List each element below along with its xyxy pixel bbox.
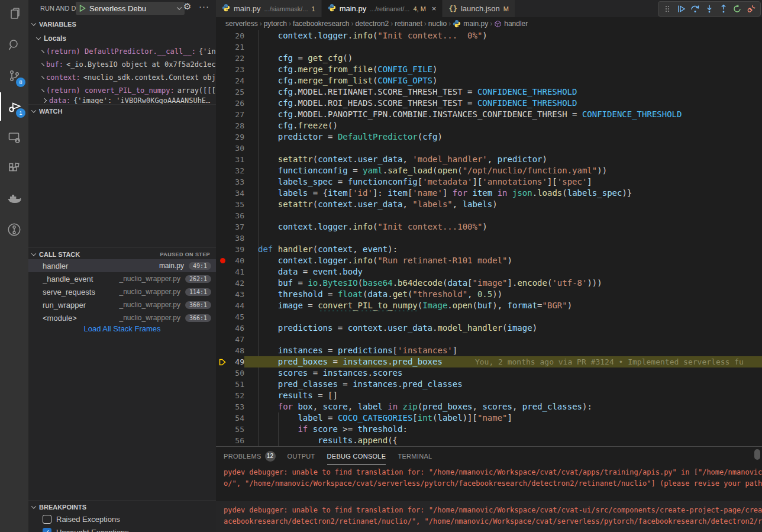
source-control-icon[interactable]: 8 [0,62,28,90]
editor-line[interactable]: 55 if score >= threshold: [216,424,762,435]
editor-tab[interactable]: {}launch.jsonM [443,0,515,17]
toolbar-grip[interactable] [662,3,673,15]
stack-frame-row[interactable]: run_wrapper_nuclio_wrapper.py360:1 [28,298,216,311]
editor-line[interactable]: 41 data = event.body [216,266,762,278]
line-number[interactable]: 49 [229,356,244,367]
step-out-icon[interactable] [718,3,729,15]
line-number[interactable]: 46 [229,323,244,334]
line-number[interactable]: 22 [229,53,244,64]
gutter-glyph[interactable] [216,323,229,334]
editor-line[interactable]: 47 [216,334,762,345]
line-number[interactable]: 27 [229,109,244,120]
line-number[interactable]: 20 [229,30,244,41]
line-number[interactable]: 21 [229,41,244,53]
variable-row[interactable]: (return) convert_PIL_to_numpy:array([[[ … [28,84,216,97]
editor-line[interactable]: 34 labels = {item['id']: item['name'] fo… [216,188,762,199]
line-number[interactable]: 37 [229,221,244,233]
breadcrumb-item[interactable]: serverless [225,20,258,28]
gutter-glyph[interactable] [216,345,229,356]
line-number[interactable]: 53 [229,401,244,412]
line-number[interactable]: 23 [229,64,244,75]
gutter-glyph[interactable] [216,379,229,390]
line-number[interactable]: 33 [229,176,244,188]
editor-line[interactable]: 23 cfg.merge_from_file(CONFIG_FILE) [216,64,762,75]
line-number[interactable]: 25 [229,86,244,98]
explorer-icon[interactable] [0,0,28,28]
editor-line[interactable]: 54 label = COCO_CATEGORIES[int(label)]["… [216,412,762,424]
line-number[interactable]: 51 [229,379,244,390]
breadcrumb-item[interactable]: handler [494,20,528,28]
line-number[interactable]: 26 [229,98,244,109]
stack-frame-row[interactable]: _handle_event_nuclio_wrapper.py262:1 [28,272,216,285]
editor-line[interactable]: 20 context.logger.info("Init context... … [216,30,762,41]
gutter-glyph[interactable] [216,289,229,300]
editor-line[interactable]: 36 [216,210,762,221]
editor-line[interactable]: 31 setattr(context.user_data, 'model_han… [216,154,762,165]
disconnect-icon[interactable] [746,3,757,15]
gutter-glyph[interactable] [216,412,229,424]
gutter-glyph[interactable] [216,199,229,210]
editor-line[interactable]: 21 [216,41,762,53]
editor-line[interactable]: 53 for box, score, label in zip(pred_box… [216,401,762,412]
current-line-glyph[interactable] [216,356,229,367]
gutter-glyph[interactable] [216,435,229,446]
stack-frame-row[interactable]: serve_requests_nuclio_wrapper.py114:1 [28,285,216,298]
gutter-glyph[interactable] [216,131,229,143]
line-number[interactable]: 54 [229,412,244,424]
load-all-stack-frames-link[interactable]: Load All Stack Frames [28,324,216,333]
gutter-glyph[interactable] [216,401,229,412]
extensions-icon[interactable] [0,154,28,182]
gutter-glyph[interactable] [216,41,229,53]
gutter-glyph[interactable] [216,75,229,86]
variable-row[interactable]: context:<nuclio_sdk.context.Context obje… [28,71,216,84]
editor-line[interactable]: 24 cfg.merge_from_list(CONFIG_OPTS) [216,75,762,86]
gutter-glyph[interactable] [216,165,229,176]
gutter-glyph[interactable] [216,233,229,244]
step-over-icon[interactable] [690,3,700,15]
editor-line[interactable]: 28 cfg.freeze() [216,120,762,131]
line-number[interactable]: 28 [229,120,244,131]
gutter-glyph[interactable] [216,390,229,401]
editor-line[interactable]: 39def handler(context, event): [216,244,762,255]
breakpoints-section-header[interactable]: BREAKPOINTS [28,500,216,513]
editor-tab[interactable]: main.py.../siammask/...1 [216,0,322,17]
gutter-glyph[interactable] [216,266,229,278]
breadcrumb-item[interactable]: nuclio [428,20,447,28]
breakpoint-checkbox[interactable] [43,528,51,532]
editor-line[interactable]: 35 setattr(context.user_data, "labels", … [216,199,762,210]
gutter-glyph[interactable] [216,188,229,199]
breakpoint-dot[interactable] [220,258,225,263]
start-debug-icon[interactable] [79,5,86,12]
gear-icon[interactable]: ⚙ [183,1,191,12]
console-scrollbar[interactable] [754,449,760,460]
call-stack-section-header[interactable]: CALL STACK PAUSED ON STEP [28,247,216,260]
remote-explorer-icon[interactable] [0,123,28,151]
editor-line[interactable]: 26 cfg.MODEL.ROI_HEADS.SCORE_THRESH_TEST… [216,98,762,109]
gutter-glyph[interactable] [216,244,229,255]
breakpoint-glyph[interactable] [216,255,229,266]
editor-line[interactable]: 42 buf = io.BytesIO(base64.b64decode(dat… [216,278,762,289]
editor-line[interactable]: 44 image = convert_PIL_to_numpy(Image.op… [216,300,762,311]
line-number[interactable]: 44 [229,300,244,311]
stack-frame-row[interactable]: <module>_nuclio_wrapper.py366:1 [28,311,216,324]
gutter-glyph[interactable] [216,176,229,188]
panel-tab-terminal[interactable]: TERMINAL [398,447,432,465]
gitlens-icon[interactable] [0,215,28,244]
gutter-glyph[interactable] [216,278,229,289]
line-number[interactable]: 45 [229,311,244,323]
line-number[interactable]: 29 [229,131,244,143]
editor-line[interactable]: 33 labels_spec = functionconfig['metadat… [216,176,762,188]
more-actions-icon[interactable]: ··· [199,1,209,11]
line-number[interactable]: 30 [229,143,244,154]
stack-frame-row[interactable]: handlermain.py49:1 [28,259,216,272]
editor-line[interactable]: 27 cfg.MODEL.PANOPTIC_FPN.COMBINE.INSTAN… [216,109,762,120]
editor-line[interactable]: 51 pred_classes = instances.pred_classes [216,379,762,390]
code-editor[interactable]: 20 context.logger.info("Init context... … [216,30,762,446]
line-number[interactable]: 56 [229,435,244,446]
line-number[interactable]: 41 [229,266,244,278]
breadcrumb-item[interactable]: detectron2 [355,20,389,28]
gutter-glyph[interactable] [216,64,229,75]
gutter-glyph[interactable] [216,424,229,435]
editor-line[interactable]: 45 [216,311,762,323]
line-number[interactable]: 32 [229,165,244,176]
